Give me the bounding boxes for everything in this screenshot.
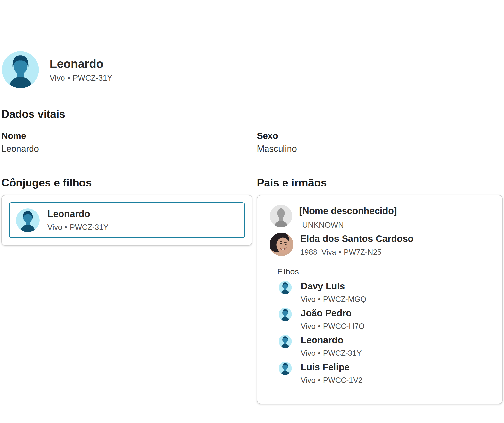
person-summary: Leonardo Vivo•PWCZ-31Y (50, 57, 112, 83)
child-name: Leonardo (301, 335, 362, 346)
male-avatar-icon (16, 208, 40, 232)
child-row-leonardo[interactable]: Leonardo Vivo•PWCZ-31Y (279, 335, 492, 358)
father-name: [Nome desconhecido] (299, 206, 397, 217)
mother-meta: 1988–Viva•PW7Z-N25 (300, 248, 413, 257)
child-lifespan: Vivo (301, 322, 315, 331)
child-meta: Vivo•PWCZ-MGQ (301, 295, 366, 304)
child-row-luis-felipe[interactable]: Luis Felipe Vivo•PWCC-1V2 (279, 362, 492, 385)
child-avatar (279, 335, 292, 348)
spouses-card: Leonardo Vivo•PWCZ-31Y (1, 195, 252, 246)
spouse-lifespan: Vivo (47, 223, 62, 232)
meta-separator: • (318, 322, 321, 331)
field-name-label: Nome (1, 131, 257, 141)
male-avatar-icon (2, 51, 39, 88)
meta-separator: • (318, 349, 321, 357)
child-meta: Vivo•PWCC-H7Q (301, 322, 364, 331)
child-text: João Pedro Vivo•PWCC-H7Q (301, 308, 364, 331)
child-lifespan: Vivo (301, 376, 315, 385)
parents-title: Pais e irmãos (257, 177, 503, 189)
mother-id: PW7Z-N25 (344, 248, 381, 256)
child-row-joao-pedro[interactable]: João Pedro Vivo•PWCC-H7Q (279, 308, 492, 331)
child-avatar (279, 362, 292, 375)
photo-avatar-icon (270, 233, 293, 256)
mother-name: Elda dos Santos Cardoso (300, 234, 413, 244)
meta-separator: • (339, 248, 341, 256)
person-details-page: Leonardo Vivo•PWCZ-31Y Dados vitais Nome… (0, 0, 504, 423)
parents-card: [Nome desconhecido] UNKNOWN Elda dos San… (257, 195, 503, 404)
child-meta: Vivo•PWCC-1V2 (301, 376, 362, 385)
spouse-meta: Vivo•PWCZ-31Y (47, 223, 108, 232)
child-id: PWCZ-31Y (323, 349, 362, 357)
meta-separator: • (318, 295, 321, 304)
child-id: PWCC-H7Q (323, 322, 365, 331)
profile-avatar[interactable] (2, 51, 39, 88)
child-lifespan: Vivo (301, 295, 315, 304)
spouses-title: Cônjuges e filhos (1, 177, 252, 189)
child-meta: Vivo•PWCZ-31Y (301, 349, 362, 358)
child-name: Davy Luis (301, 281, 366, 292)
person-header: Leonardo Vivo•PWCZ-31Y (0, 0, 504, 88)
male-avatar-icon (279, 281, 292, 294)
child-id: PWCC-1V2 (323, 376, 362, 385)
person-id: PWCZ-31Y (73, 73, 112, 82)
child-id: PWCZ-MGQ (323, 295, 366, 304)
person-name: Leonardo (50, 57, 112, 70)
field-sex-label: Sexo (257, 131, 503, 141)
male-avatar-icon (279, 308, 292, 321)
vitals-section: Dados vitais Nome Leonardo Sexo Masculin… (1, 108, 503, 154)
person-lifespan: Vivo (50, 73, 65, 82)
parents-section: Pais e irmãos [Nome desconhecido] UNKNOW… (257, 177, 503, 404)
meta-separator: • (65, 223, 67, 232)
mother-lifespan: 1988–Viva (300, 248, 336, 256)
child-name: Luis Felipe (301, 362, 362, 373)
children-label: Filhos (277, 267, 492, 276)
meta-separator: • (318, 376, 321, 385)
family-section: Cônjuges e filhos Leonardo Vivo•PWCZ-31Y (1, 177, 503, 404)
field-name-value: Leonardo (1, 144, 257, 154)
father-text: [Nome desconhecido] UNKNOWN (299, 205, 397, 230)
field-sex-value: Masculino (257, 144, 503, 154)
unknown-avatar-icon (270, 205, 292, 227)
child-text: Davy Luis Vivo•PWCZ-MGQ (301, 281, 366, 304)
child-name: João Pedro (301, 308, 364, 319)
spouse-avatar (16, 208, 40, 232)
vitals-grid: Nome Leonardo Sexo Masculino (1, 131, 503, 154)
field-name: Nome Leonardo (1, 131, 257, 154)
child-avatar (279, 308, 292, 321)
mother-text: Elda dos Santos Cardoso 1988–Viva•PW7Z-N… (300, 233, 413, 257)
mother-avatar (270, 233, 293, 256)
child-avatar (279, 281, 292, 294)
spouse-text: Leonardo Vivo•PWCZ-31Y (47, 209, 108, 232)
father-row[interactable]: [Nome desconhecido] UNKNOWN (270, 205, 492, 230)
mother-row[interactable]: Elda dos Santos Cardoso 1988–Viva•PW7Z-N… (270, 233, 492, 257)
child-row-davy-luis[interactable]: Davy Luis Vivo•PWCZ-MGQ (279, 281, 492, 304)
selected-person-card[interactable]: Leonardo Vivo•PWCZ-31Y (9, 202, 245, 238)
field-sex: Sexo Masculino (257, 131, 503, 154)
father-avatar (270, 205, 292, 227)
child-text: Luis Felipe Vivo•PWCC-1V2 (301, 362, 362, 385)
meta-separator: • (67, 73, 70, 82)
male-avatar-icon (279, 335, 292, 348)
person-meta: Vivo•PWCZ-31Y (50, 73, 112, 83)
spouse-name: Leonardo (47, 209, 108, 220)
father-detail: UNKNOWN (299, 220, 397, 230)
vitals-title: Dados vitais (1, 108, 503, 120)
spouses-section: Cônjuges e filhos Leonardo Vivo•PWCZ-31Y (1, 177, 252, 246)
child-lifespan: Vivo (301, 349, 315, 357)
spouse-id: PWCZ-31Y (70, 223, 109, 232)
male-avatar-icon (279, 362, 292, 375)
child-text: Leonardo Vivo•PWCZ-31Y (301, 335, 362, 358)
